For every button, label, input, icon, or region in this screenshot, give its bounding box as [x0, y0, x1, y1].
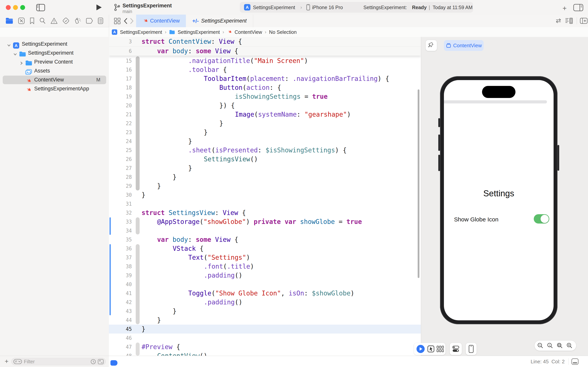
code-line-36[interactable]: 36VStack { — [109, 244, 421, 253]
code-line-27[interactable]: 27} — [109, 164, 421, 173]
code-text: .padding() — [142, 298, 243, 307]
code-line-18[interactable]: 18Button(action: { — [109, 83, 421, 92]
code-line-15[interactable]: 15.navigationTitle("Main Screen") — [109, 56, 421, 65]
code-line-37[interactable]: 37Text("Settings") — [109, 253, 421, 262]
toggle-sidebar-icon[interactable] — [36, 4, 45, 11]
code-line-31[interactable]: 31 — [109, 200, 421, 209]
fold-ribbon[interactable] — [136, 244, 140, 324]
show-globe-toggle[interactable] — [534, 214, 549, 224]
code-line-33[interactable]: 33@AppStorage("showGlobe") private var s… — [109, 217, 421, 226]
minimap-icon[interactable] — [565, 18, 573, 24]
run-button[interactable] — [96, 4, 102, 11]
zoom-in-icon[interactable] — [566, 342, 573, 349]
bookmark-navigator-icon[interactable] — [30, 17, 35, 24]
code-line-16[interactable]: 16.toolbar { — [109, 65, 421, 74]
code-line-34[interactable]: 34 — [109, 226, 421, 235]
report-navigator-icon[interactable] — [98, 17, 103, 24]
navigator-row-contentview[interactable]: ContentViewM — [0, 75, 109, 84]
add-item-icon[interactable]: + — [563, 4, 567, 12]
minimize-window-button[interactable] — [13, 5, 18, 10]
code-line-38[interactable]: 38.font(.title) — [109, 262, 421, 271]
zoom-out-icon[interactable] — [537, 342, 544, 349]
code-line-32[interactable]: 32struct SettingsView: View { — [109, 209, 421, 217]
code-line-23[interactable]: 23} — [109, 128, 421, 137]
pin-preview-button[interactable] — [426, 40, 437, 51]
breadcrumb-project[interactable]: SettingsExperiment — [120, 29, 162, 35]
breadcrumb-selection[interactable]: No Selection — [269, 29, 297, 35]
code-line-46[interactable]: 46 — [109, 334, 421, 342]
zoom-fit-icon[interactable] — [557, 342, 563, 349]
debug-navigator-icon[interactable] — [74, 17, 81, 25]
test-navigator-icon[interactable] — [62, 17, 69, 24]
code-text: var body: some View { — [142, 46, 238, 55]
code-line-44[interactable]: 44} — [109, 316, 421, 325]
code-line-24[interactable]: 24} — [109, 137, 421, 146]
navigator-row-settingsexperiment[interactable]: SettingsExperiment — [0, 49, 109, 58]
navigator-row-settingsexperiment[interactable]: ASettingsExperiment — [0, 40, 109, 49]
code-line-45[interactable]: 45} — [109, 325, 421, 334]
code-line-26[interactable]: 26SettingsView() — [109, 155, 421, 164]
editor-scrollbar[interactable] — [418, 89, 420, 278]
navigator-row-assets[interactable]: Assets — [0, 67, 109, 75]
recent-files-clock-icon[interactable] — [91, 359, 96, 364]
source-control-navigator-icon[interactable] — [18, 17, 25, 24]
breakpoint-indicator[interactable] — [110, 360, 118, 366]
filter-field[interactable]: Filter — [11, 358, 106, 365]
code-line-43[interactable]: 43} — [109, 307, 421, 316]
add-editor-icon[interactable] — [580, 18, 588, 24]
code-line-3[interactable]: 3struct ContentView: View { — [109, 37, 421, 46]
zoom-window-button[interactable] — [20, 5, 25, 10]
code-line-41[interactable]: 41Toggle("Show Globe Icon", isOn: $showG… — [109, 289, 421, 298]
live-preview-play-icon[interactable] — [417, 345, 425, 353]
code-line-19[interactable]: 19isShowingSettings = true — [109, 92, 421, 101]
scheme-status-bar[interactable]: A SettingsExperiment › iPhone 16 Pro Set… — [240, 2, 473, 13]
breakpoint-navigator-icon[interactable] — [85, 18, 93, 24]
code-line-35[interactable]: 35var body: some View { — [109, 235, 421, 244]
code-line-42[interactable]: 42.padding() — [109, 298, 421, 307]
toggle-inspector-icon[interactable] — [573, 4, 583, 11]
zoom-100-icon[interactable]: 1 — [547, 342, 553, 349]
code-line-28[interactable]: 28} — [109, 173, 421, 182]
navigator-row-preview-content[interactable]: Preview Content — [0, 58, 109, 67]
breadcrumb-file[interactable]: ContentView — [235, 29, 262, 35]
source-editor[interactable]: 15.navigationTitle("Main Screen")16.tool… — [109, 37, 421, 356]
code-line-39[interactable]: 39.padding() — [109, 271, 421, 280]
line-number: 40 — [109, 280, 132, 289]
go-forward-icon[interactable] — [130, 18, 134, 24]
navigator-row-settingsexperimentapp[interactable]: SettingsExperimentApp — [0, 84, 109, 93]
preview-target-chip[interactable]: ContentView — [444, 40, 484, 51]
add-file-icon[interactable]: + — [5, 358, 8, 365]
code-line-22[interactable]: 22} — [109, 119, 421, 128]
source-control-filter-icon[interactable] — [98, 359, 104, 364]
editor-layout-grid-icon[interactable] — [114, 18, 121, 24]
code-line-30[interactable]: 30} — [109, 191, 421, 200]
code-line-21[interactable]: 21Image(systemName: "gearshape") — [109, 110, 421, 119]
close-window-button[interactable] — [6, 5, 11, 10]
fold-ribbon[interactable] — [136, 56, 140, 191]
project-navigator-icon[interactable] — [5, 17, 13, 24]
run-destination[interactable]: iPhone 16 Pro — [312, 5, 343, 10]
swap-editor-icon[interactable] — [555, 18, 562, 24]
variants-grid-icon[interactable] — [437, 345, 444, 353]
preview-device-button[interactable] — [466, 343, 477, 355]
tab-settingsexperiment[interactable]: +/- SettingsExperiment — [186, 15, 253, 27]
fold-ribbon[interactable] — [136, 217, 140, 234]
code-line-6[interactable]: 6var body: some View { — [109, 46, 421, 56]
find-navigator-icon[interactable] — [39, 17, 46, 24]
code-line-25[interactable]: 25.sheet(isPresented: $isShowingSettings… — [109, 146, 421, 155]
code-line-29[interactable]: 29} — [109, 182, 421, 191]
toggle-bottom-bar-icon[interactable] — [571, 358, 579, 365]
breadcrumb-group[interactable]: SettingsExperiment — [178, 29, 220, 35]
code-line-40[interactable]: 40 — [109, 280, 421, 289]
code-line-48[interactable]: 48ContentView() — [109, 351, 421, 356]
issue-navigator-icon[interactable] — [50, 17, 58, 24]
code-line-47[interactable]: 47#Preview { — [109, 342, 421, 351]
tab-contentview[interactable]: ContentView — [136, 15, 186, 27]
code-line-17[interactable]: 17ToolbarItem(placement: .navigationBarT… — [109, 74, 421, 83]
scheme-name[interactable]: SettingsExperiment — [253, 5, 295, 10]
fold-ribbon[interactable] — [136, 342, 140, 356]
go-back-icon[interactable] — [124, 18, 127, 24]
device-settings-button[interactable] — [450, 343, 462, 355]
selectable-mode-icon[interactable] — [427, 345, 435, 353]
code-line-20[interactable]: 20}) { — [109, 101, 421, 110]
